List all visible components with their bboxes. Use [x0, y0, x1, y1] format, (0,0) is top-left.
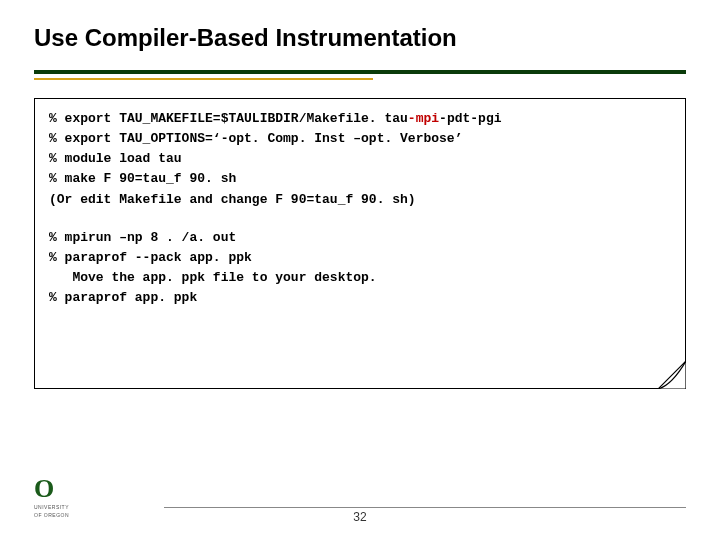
code-text: -pdt-pgi	[439, 111, 501, 126]
code-line: % export TAU_MAKEFILE=$TAULIBDIR/Makefil…	[49, 109, 671, 129]
code-box: % export TAU_MAKEFILE=$TAULIBDIR/Makefil…	[34, 98, 686, 389]
code-line: % make F 90=tau_f 90. sh	[49, 169, 671, 189]
footer: 32	[34, 507, 686, 524]
spacer	[49, 210, 671, 228]
svg-marker-0	[658, 361, 686, 389]
page-curl-icon	[658, 361, 686, 389]
code-highlight-mpi: -mpi	[408, 111, 439, 126]
code-text: % export TAU_MAKEFILE=$TAULIBDIR/Makefil…	[49, 111, 408, 126]
code-line: % module load tau	[49, 149, 671, 169]
code-line: (Or edit Makefile and change F 90=tau_f …	[49, 190, 671, 210]
title-rules	[34, 70, 686, 80]
code-line: % paraprof --pack app. ppk	[49, 248, 671, 268]
rule-gold	[34, 78, 373, 80]
code-line: Move the app. ppk file to your desktop.	[49, 268, 671, 288]
rule-dark	[34, 70, 686, 74]
slide: Use Compiler-Based Instrumentation % exp…	[0, 0, 720, 540]
footer-rule	[164, 507, 686, 508]
code-line: % export TAU_OPTIONS=‘-opt. Comp. Inst –…	[49, 129, 671, 149]
code-line: % mpirun –np 8 . /a. out	[49, 228, 671, 248]
slide-title: Use Compiler-Based Instrumentation	[34, 24, 686, 52]
page-number: 32	[34, 510, 686, 524]
code-line: % paraprof app. ppk	[49, 288, 671, 308]
logo-mark: O	[34, 476, 54, 502]
